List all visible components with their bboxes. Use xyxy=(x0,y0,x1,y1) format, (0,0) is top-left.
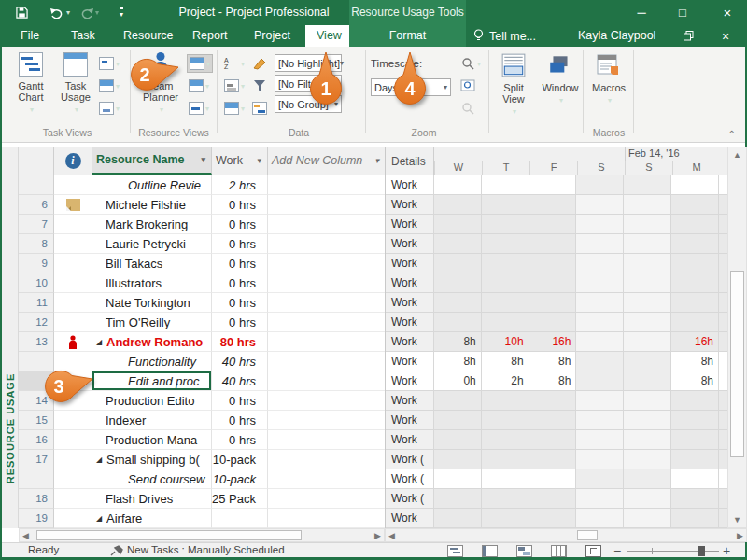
tell-me-box[interactable]: Tell me... xyxy=(473,25,536,47)
details-cell[interactable]: Work ( xyxy=(386,489,434,509)
timephased-cell[interactable] xyxy=(434,313,482,332)
timephased-cell[interactable]: 16h xyxy=(529,332,577,352)
details-header[interactable]: Details xyxy=(386,147,434,175)
info-cell[interactable] xyxy=(54,195,92,215)
tab-task[interactable]: Task xyxy=(60,25,106,47)
resource-name-cell[interactable]: Michele Filshie xyxy=(92,195,212,215)
timephased-cell[interactable] xyxy=(624,450,671,469)
scroll-right-icon[interactable]: ▶ xyxy=(737,531,743,540)
resource-name-cell[interactable]: Production Edito xyxy=(92,391,212,411)
timephased-cell[interactable] xyxy=(624,234,671,254)
add-new-column-cell[interactable] xyxy=(268,332,385,352)
timephased-cell[interactable] xyxy=(482,273,529,293)
timephased-cell[interactable] xyxy=(434,430,482,450)
details-cell[interactable]: Work ( xyxy=(386,450,434,469)
timephased-cell[interactable] xyxy=(671,293,719,313)
info-cell[interactable] xyxy=(54,175,92,195)
vertical-scrollbar[interactable]: ▲ ▼ xyxy=(727,147,747,528)
tables-button[interactable] xyxy=(222,99,247,118)
work-cell[interactable]: 0 hrs xyxy=(212,234,268,254)
close-button[interactable]: × xyxy=(712,0,743,25)
timephased-cell[interactable]: 8h xyxy=(482,352,529,371)
details-cell[interactable]: Work xyxy=(386,234,434,254)
collapse-ribbon-button[interactable]: ⌃ xyxy=(728,129,736,139)
work-cell[interactable]: 0 hrs xyxy=(212,430,268,450)
expand-triangle-icon[interactable]: ◢ xyxy=(96,455,102,464)
timephased-cell[interactable] xyxy=(434,411,482,430)
timephased-cell[interactable] xyxy=(529,509,577,528)
timephased-cell[interactable] xyxy=(434,293,482,313)
info-cell[interactable] xyxy=(54,430,92,450)
resource-name-cell[interactable]: Nate Torkington xyxy=(92,293,212,313)
timephased-cell[interactable] xyxy=(529,489,577,509)
work-cell[interactable]: 2 hrs xyxy=(212,175,268,195)
add-new-column-cell[interactable] xyxy=(268,450,385,469)
timephased-cell[interactable] xyxy=(624,215,671,234)
work-cell[interactable]: 0 hrs xyxy=(212,195,268,215)
row-number[interactable]: 8 xyxy=(19,234,54,254)
info-cell[interactable] xyxy=(54,234,92,254)
row-number[interactable]: 10 xyxy=(19,273,54,293)
timephased-cell[interactable] xyxy=(482,469,529,489)
timephased-cell[interactable] xyxy=(434,469,482,489)
timephased-cell[interactable] xyxy=(529,273,577,293)
resource-name-cell[interactable]: Indexer xyxy=(92,411,212,430)
info-cell[interactable] xyxy=(54,509,92,528)
row-number[interactable] xyxy=(19,469,54,489)
highlight-button[interactable] xyxy=(250,54,269,73)
details-cell[interactable]: Work xyxy=(386,293,434,313)
resource-sheet-view-shortcut[interactable] xyxy=(551,545,567,557)
timephased-cell[interactable] xyxy=(671,450,719,469)
timephased-cell[interactable] xyxy=(529,391,577,411)
timephased-cell[interactable] xyxy=(671,215,719,234)
timephased-cell[interactable] xyxy=(624,293,671,313)
timephased-cell[interactable] xyxy=(624,489,671,509)
add-new-column-cell[interactable] xyxy=(268,411,385,430)
timephased-cell[interactable] xyxy=(576,175,624,195)
details-cell[interactable]: Work xyxy=(386,509,434,528)
info-cell[interactable] xyxy=(54,215,92,234)
row-number[interactable]: 7 xyxy=(19,215,54,234)
details-cell[interactable]: Work xyxy=(386,371,434,391)
day-header[interactable]: M xyxy=(672,161,720,175)
timephased-cell[interactable]: 8h xyxy=(671,352,719,371)
timephased-cell[interactable] xyxy=(434,234,482,254)
row-number[interactable]: 9 xyxy=(19,254,54,273)
timephased-cell[interactable] xyxy=(576,371,624,391)
expand-triangle-icon[interactable]: ◢ xyxy=(96,338,102,346)
work-cell[interactable]: 0 hrs xyxy=(212,411,268,430)
timephased-cell[interactable]: 0h xyxy=(434,371,482,391)
timephased-cell[interactable] xyxy=(576,273,624,293)
timephased-cell[interactable] xyxy=(624,352,671,371)
timephased-cell[interactable] xyxy=(624,371,671,391)
timephased-cell[interactable] xyxy=(624,313,671,332)
details-cell[interactable]: Work xyxy=(386,411,434,430)
info-cell[interactable] xyxy=(54,293,92,313)
left-horizontal-scroll-thumb[interactable] xyxy=(36,530,302,540)
add-new-column-cell[interactable] xyxy=(268,234,385,254)
info-cell[interactable] xyxy=(54,450,92,469)
tab-report[interactable]: Report xyxy=(181,25,239,47)
work-cell[interactable]: 0 hrs xyxy=(212,254,268,273)
group-by-button[interactable] xyxy=(250,99,269,118)
restore-window-button[interactable] xyxy=(676,25,700,47)
other-resource-views-button[interactable] xyxy=(187,99,213,118)
row-number[interactable]: 12 xyxy=(19,313,54,332)
left-horizontal-scrollbar[interactable]: ◀ ▶ xyxy=(19,528,385,542)
timephased-cell[interactable] xyxy=(529,313,577,332)
work-cell[interactable]: 0 25 Pack xyxy=(212,489,268,509)
add-new-column-cell[interactable] xyxy=(268,293,385,313)
vertical-scroll-thumb[interactable] xyxy=(730,271,744,457)
timephased-cell[interactable] xyxy=(576,450,624,469)
undo-button[interactable] xyxy=(48,3,73,23)
timephased-cell[interactable] xyxy=(482,450,529,469)
timephased-cell[interactable]: 8h xyxy=(529,352,577,371)
tab-project[interactable]: Project xyxy=(243,25,302,47)
timephased-cell[interactable] xyxy=(529,234,577,254)
resource-name-header[interactable]: Resource Name▾ xyxy=(92,147,212,175)
timephased-cell[interactable] xyxy=(671,254,719,273)
header-dropdown-icon[interactable]: ▾ xyxy=(201,155,207,164)
team-planner-view-shortcut[interactable] xyxy=(516,545,532,557)
tab-format[interactable]: Format xyxy=(349,25,466,47)
zoom-slider-handle[interactable] xyxy=(698,546,705,556)
